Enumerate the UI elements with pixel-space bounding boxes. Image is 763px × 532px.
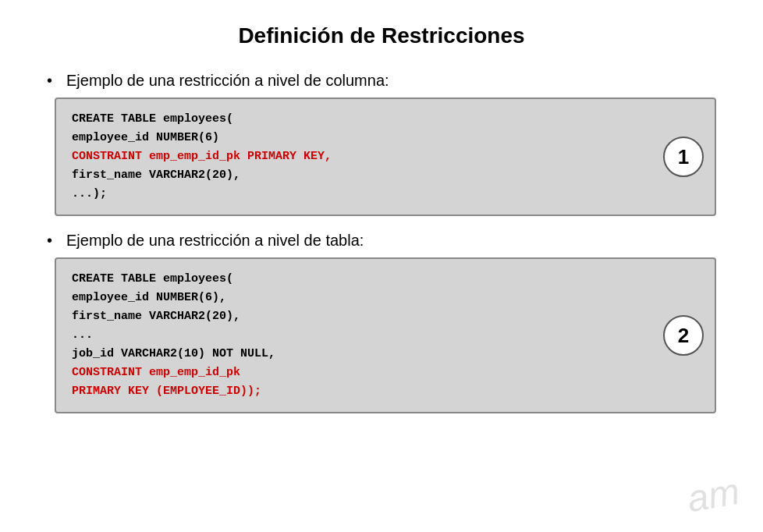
code-text: employee_id NUMBER(6), xyxy=(72,291,226,304)
code-line: ...); xyxy=(72,185,652,204)
code-line: CREATE TABLE employees( xyxy=(72,110,652,129)
code-text: ...); xyxy=(72,187,107,200)
watermark: am xyxy=(684,470,743,521)
code-keyword-red: CONSTRAINT emp_emp_id_pk PRIMARY KEY, xyxy=(72,150,332,163)
code-text: ... xyxy=(72,328,93,342)
code-line: PRIMARY KEY (EMPLOYEE_ID)); xyxy=(72,382,652,401)
code-wrapper-1: CREATE TABLE employees( employee_id NUMB… xyxy=(55,98,716,216)
bullet-dot: • xyxy=(47,232,52,250)
bullet-section-1: •Ejemplo de una restricción a nivel de c… xyxy=(47,72,716,216)
bullet-dot: • xyxy=(47,72,52,90)
bullet-label-1: •Ejemplo de una restricción a nivel de c… xyxy=(47,72,716,90)
code-text: employee_id NUMBER(6) xyxy=(72,131,219,144)
code-text: first_name VARCHAR2(20), xyxy=(72,168,240,182)
code-line: CREATE TABLE employees( xyxy=(72,270,652,289)
code-text: CREATE TABLE employees( xyxy=(72,112,233,126)
code-line: first_name VARCHAR2(20), xyxy=(72,166,652,185)
code-line: employee_id NUMBER(6) xyxy=(72,129,652,147)
code-line: job_id VARCHAR2(10) NOT NULL, xyxy=(72,345,652,364)
code-keyword-red: PRIMARY KEY (EMPLOYEE_ID)); xyxy=(72,385,261,398)
code-text: first_name VARCHAR2(20), xyxy=(72,310,240,323)
circle-badge-1: 1 xyxy=(663,137,704,177)
bullet-label-2: •Ejemplo de una restricción a nivel de t… xyxy=(47,232,716,250)
section-label-1: Ejemplo de una restricción a nivel de co… xyxy=(66,72,389,90)
code-line: CONSTRAINT emp_emp_id_pk xyxy=(72,364,652,382)
code-wrapper-2: CREATE TABLE employees( employee_id NUMB… xyxy=(55,257,716,413)
code-line: first_name VARCHAR2(20), xyxy=(72,307,652,326)
section-label-2: Ejemplo de una restricción a nivel de ta… xyxy=(66,232,364,250)
page-title: Definición de Restricciones xyxy=(47,23,716,48)
code-text: job_id VARCHAR2(10) NOT NULL, xyxy=(72,347,275,360)
code-line: ... xyxy=(72,326,652,345)
bullet-section-2: •Ejemplo de una restricción a nivel de t… xyxy=(47,232,716,413)
code-block-1: CREATE TABLE employees( employee_id NUMB… xyxy=(55,98,716,216)
circle-badge-2: 2 xyxy=(663,315,704,356)
code-text: CREATE TABLE employees( xyxy=(72,272,233,286)
code-keyword-red: CONSTRAINT emp_emp_id_pk xyxy=(72,366,240,379)
page: Definición de Restricciones •Ejemplo de … xyxy=(0,0,763,532)
code-line: employee_id NUMBER(6), xyxy=(72,289,652,307)
code-block-2: CREATE TABLE employees( employee_id NUMB… xyxy=(55,257,716,413)
code-line: CONSTRAINT emp_emp_id_pk PRIMARY KEY, xyxy=(72,147,652,166)
